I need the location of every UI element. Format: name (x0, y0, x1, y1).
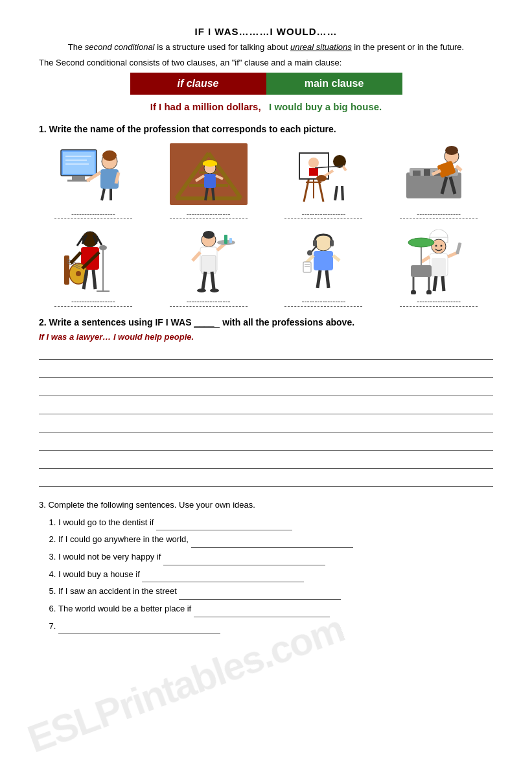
profession-line-6[interactable]: ----------------- (170, 297, 248, 307)
svg-line-68 (71, 252, 81, 263)
write-line-4[interactable] (39, 400, 493, 414)
svg-rect-85 (229, 238, 232, 243)
section1-title: 1. Write the name of the profession that… (39, 124, 493, 134)
write-line-8[interactable] (39, 473, 493, 487)
svg-rect-81 (202, 255, 216, 274)
svg-point-117 (411, 290, 416, 294)
write-line-5[interactable] (39, 418, 493, 432)
svg-line-71 (93, 270, 95, 289)
svg-rect-45 (413, 171, 421, 176)
svg-line-87 (203, 272, 205, 289)
svg-point-108 (441, 244, 443, 246)
intro-paragraph-2: The Second conditional consists of two c… (39, 58, 493, 67)
list-item-7 (58, 619, 493, 635)
svg-line-121 (434, 276, 436, 291)
svg-line-98 (333, 255, 340, 261)
svg-rect-114 (411, 265, 432, 277)
main-clause-box: main clause (266, 73, 402, 95)
profession-image-4 (397, 142, 481, 207)
svg-rect-99 (303, 262, 311, 272)
profession-line-2[interactable]: ----------------- (170, 209, 248, 219)
list-item-4: I would buy a house if (58, 567, 493, 583)
picture-cell-8: ----------------- (384, 230, 493, 307)
svg-line-41 (335, 186, 337, 200)
svg-point-64 (76, 271, 81, 276)
profession-image-1 (51, 142, 135, 207)
clause-boxes-container: if clause main clause (130, 73, 402, 95)
complete-list: I would go to the dentist if If I could … (39, 515, 493, 635)
svg-point-73 (99, 245, 107, 250)
picture-cell-6: ----------------- (154, 230, 263, 307)
svg-point-40 (316, 175, 327, 182)
fill-line-6[interactable] (194, 617, 330, 617)
profession-line-1[interactable]: ----------------- (54, 209, 132, 219)
write-line-7[interactable] (39, 455, 493, 469)
svg-line-27 (213, 188, 214, 200)
svg-point-50 (445, 146, 458, 155)
svg-line-113 (421, 257, 430, 262)
if-clause-box: if clause (130, 73, 266, 95)
svg-rect-3 (63, 152, 95, 174)
list-item-2: If I could go anywhere in the world, (58, 532, 493, 548)
svg-point-90 (210, 289, 219, 292)
svg-line-103 (327, 270, 329, 288)
section2-title: 2. Write a sentences using IF I WAS ____… (39, 317, 493, 328)
profession-line-8[interactable]: ----------------- (400, 297, 478, 307)
section2: 2. Write a sentences using IF I WAS ____… (39, 317, 493, 487)
profession-line-4[interactable]: ----------------- (400, 209, 478, 219)
svg-rect-96 (314, 251, 333, 270)
profession-image-5 (51, 230, 135, 294)
profession-image-8 (397, 230, 481, 294)
svg-point-120 (408, 238, 434, 247)
svg-rect-34 (309, 168, 318, 176)
svg-rect-92 (313, 240, 317, 246)
picture-cell-2: ----------------- (154, 142, 263, 219)
page-wrapper: IF I WAS………I WOULD…… The second conditio… (39, 26, 493, 634)
profession-line-5[interactable]: ----------------- (54, 297, 132, 307)
svg-point-8 (102, 150, 117, 161)
page-title: IF I WAS………I WOULD…… (39, 26, 493, 37)
profession-image-7 (281, 230, 365, 294)
pictures-row2: ----------------- (39, 230, 493, 307)
svg-rect-36 (333, 168, 346, 186)
write-line-1[interactable] (39, 346, 493, 360)
list-item-6: The world would be a better place if (58, 601, 493, 617)
picture-cell-3: ----------------- (270, 142, 378, 219)
svg-rect-23 (204, 174, 216, 188)
svg-rect-93 (330, 240, 334, 246)
svg-line-42 (342, 186, 343, 200)
profession-image-2 (167, 142, 251, 207)
svg-rect-84 (224, 235, 227, 244)
svg-rect-22 (203, 163, 217, 165)
profession-image-3 (281, 142, 365, 207)
picture-cell-4: ----------------- (384, 142, 493, 219)
svg-point-33 (308, 158, 319, 168)
svg-rect-110 (432, 258, 446, 276)
fill-line-1[interactable] (156, 530, 292, 530)
write-line-6[interactable] (39, 436, 493, 451)
pictures-row1: ----------------- (39, 142, 493, 219)
section2-example: If I was a lawyer… I would help people. (39, 332, 493, 342)
fill-line-2[interactable] (191, 547, 353, 548)
svg-line-88 (212, 272, 214, 289)
svg-rect-112 (456, 242, 461, 254)
profession-line-3[interactable]: ----------------- (284, 209, 362, 219)
svg-point-95 (307, 250, 312, 255)
section3: 3. Complete the following sentences. Use… (39, 500, 493, 635)
svg-point-107 (435, 244, 437, 246)
svg-line-102 (318, 270, 320, 288)
fill-line-7[interactable] (58, 634, 220, 634)
write-line-3[interactable] (39, 382, 493, 396)
write-line-2[interactable] (39, 364, 493, 378)
intro-paragraph-1: The second conditional is a structure us… (39, 41, 493, 54)
svg-rect-46 (424, 169, 430, 176)
fill-line-4[interactable] (142, 582, 304, 582)
section3-title: 3. Complete the following sentences. Use… (39, 500, 493, 510)
profession-line-7[interactable]: ----------------- (284, 297, 362, 307)
svg-point-76 (203, 231, 214, 239)
list-item-3: I would not be very happy if (58, 549, 493, 565)
fill-line-5[interactable] (179, 599, 341, 600)
svg-point-89 (197, 289, 206, 292)
picture-cell-7: ----------------- (270, 230, 378, 307)
fill-line-3[interactable] (163, 565, 325, 565)
